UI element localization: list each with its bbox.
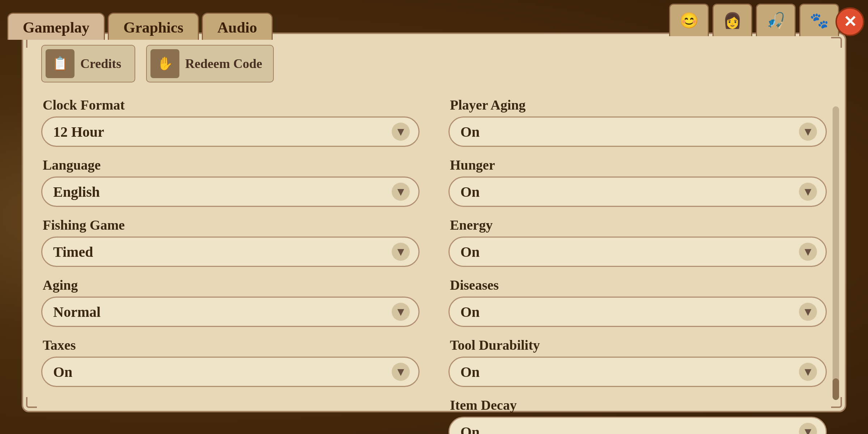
close-button[interactable]: ✕ — [835, 7, 864, 36]
item-decay-arrow: ▼ — [799, 423, 817, 434]
fishing-game-label: Fishing Game — [41, 217, 420, 233]
language-group: Language English ▼ — [41, 157, 420, 207]
char-tab-0[interactable]: 😊 — [669, 4, 709, 36]
scrollbar-thumb[interactable] — [833, 378, 839, 400]
clock-format-label: Clock Format — [41, 97, 420, 113]
character-tabs: 😊 👩 🎣 🐾 — [669, 4, 839, 36]
player-aging-value: On — [460, 123, 480, 140]
tool-durability-label: Tool Durability — [448, 337, 827, 353]
language-value: English — [53, 183, 100, 200]
energy-arrow: ▼ — [799, 243, 817, 261]
left-column: Clock Format 12 Hour ▼ Language English … — [41, 97, 420, 387]
taxes-arrow: ▼ — [392, 363, 410, 381]
hunger-select[interactable]: On ▼ — [448, 176, 827, 207]
language-arrow: ▼ — [392, 183, 410, 201]
diseases-arrow: ▼ — [799, 303, 817, 321]
clock-format-group: Clock Format 12 Hour ▼ — [41, 97, 420, 147]
language-label: Language — [41, 157, 420, 173]
taxes-value: On — [53, 363, 72, 380]
corner-decoration-bl — [26, 397, 37, 408]
tab-bar: Gameplay Graphics Audio 😊 👩 🎣 🐾 — [0, 0, 868, 40]
hunger-group: Hunger On ▼ — [448, 157, 827, 207]
player-aging-label: Player Aging — [448, 97, 827, 113]
energy-select[interactable]: On ▼ — [448, 237, 827, 267]
diseases-label: Diseases — [448, 277, 827, 293]
fishing-game-value: Timed — [53, 243, 93, 260]
player-aging-group: Player Aging On ▼ — [448, 97, 827, 147]
player-aging-select[interactable]: On ▼ — [448, 116, 827, 147]
language-select[interactable]: English ▼ — [41, 176, 420, 207]
clock-format-value: 12 Hour — [53, 123, 104, 140]
redeem-label: Redeem Code — [185, 56, 262, 71]
char-tab-1[interactable]: 👩 — [712, 4, 752, 36]
energy-label: Energy — [448, 217, 827, 233]
credits-icon: 📋 — [46, 49, 75, 78]
diseases-select[interactable]: On ▼ — [448, 297, 827, 327]
right-column: Player Aging On ▼ Hunger On ▼ Energy On … — [448, 97, 827, 434]
hunger-arrow: ▼ — [799, 183, 817, 201]
taxes-select[interactable]: On ▼ — [41, 357, 420, 387]
clock-format-select[interactable]: 12 Hour ▼ — [41, 116, 420, 147]
player-aging-arrow: ▼ — [799, 123, 817, 141]
settings-panel: 📋 Credits ✋ Redeem Code Clock Format 12 … — [22, 33, 846, 412]
redeem-icon: ✋ — [150, 49, 179, 78]
diseases-value: On — [460, 303, 480, 320]
fishing-game-arrow: ▼ — [392, 243, 410, 261]
item-decay-label: Item Decay — [448, 397, 827, 413]
item-decay-group: Item Decay On ▼ — [448, 397, 827, 434]
credits-button[interactable]: 📋 Credits — [41, 45, 135, 82]
energy-group: Energy On ▼ — [448, 217, 827, 267]
redeem-code-button[interactable]: ✋ Redeem Code — [146, 45, 274, 82]
item-decay-select[interactable]: On ▼ — [448, 417, 827, 434]
tab-gameplay[interactable]: Gameplay — [7, 13, 105, 40]
tool-durability-arrow: ▼ — [799, 363, 817, 381]
action-buttons: 📋 Credits ✋ Redeem Code — [41, 45, 827, 82]
tool-durability-select[interactable]: On ▼ — [448, 357, 827, 387]
char-tab-3[interactable]: 🐾 — [799, 4, 839, 36]
aging-group: Aging Normal ▼ — [41, 277, 420, 327]
energy-value: On — [460, 243, 480, 260]
fishing-game-select[interactable]: Timed ▼ — [41, 237, 420, 267]
diseases-group: Diseases On ▼ — [448, 277, 827, 327]
aging-select[interactable]: Normal ▼ — [41, 297, 420, 327]
settings-grid: Clock Format 12 Hour ▼ Language English … — [41, 97, 827, 434]
tab-audio[interactable]: Audio — [202, 13, 273, 40]
aging-arrow: ▼ — [392, 303, 410, 321]
taxes-group: Taxes On ▼ — [41, 337, 420, 387]
tool-durability-value: On — [460, 363, 480, 380]
fishing-game-group: Fishing Game Timed ▼ — [41, 217, 420, 267]
aging-value: Normal — [53, 303, 101, 320]
clock-format-arrow: ▼ — [392, 123, 410, 141]
char-tab-2[interactable]: 🎣 — [756, 4, 796, 36]
hunger-value: On — [460, 183, 480, 200]
tab-graphics[interactable]: Graphics — [108, 13, 199, 40]
aging-label: Aging — [41, 277, 420, 293]
scrollbar[interactable] — [833, 106, 839, 400]
tool-durability-group: Tool Durability On ▼ — [448, 337, 827, 387]
taxes-label: Taxes — [41, 337, 420, 353]
hunger-label: Hunger — [448, 157, 827, 173]
item-decay-value: On — [460, 424, 480, 434]
credits-label: Credits — [80, 56, 121, 71]
